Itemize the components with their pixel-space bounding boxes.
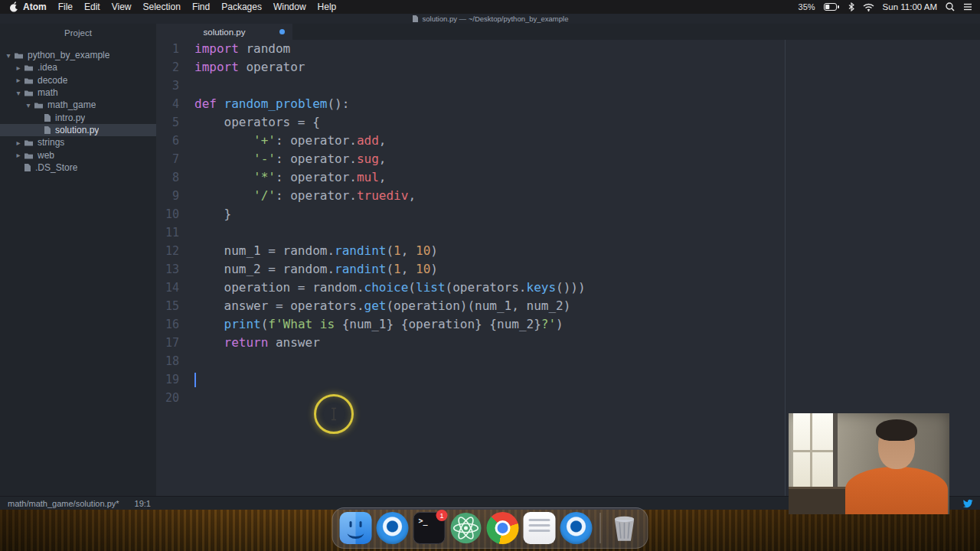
code-line-6[interactable]: '+': operator.add, bbox=[194, 132, 980, 150]
apple-menu-icon[interactable] bbox=[9, 2, 18, 12]
tree-item-label: math bbox=[38, 87, 58, 98]
tree-item-web[interactable]: ▸web bbox=[0, 148, 156, 161]
menu-item-atom[interactable]: Atom bbox=[23, 2, 47, 12]
tree-item-strings[interactable]: ▸strings bbox=[0, 136, 156, 148]
menubar-clock[interactable]: Sun 11:00 AM bbox=[883, 2, 937, 11]
chevron-right-icon: ▸ bbox=[15, 139, 22, 147]
titlebar[interactable]: solution.py — ~/Desktop/python_by_exampl… bbox=[0, 14, 980, 24]
cursor-position[interactable]: 19:1 bbox=[135, 499, 151, 508]
tree-item-intro-py[interactable]: ▸intro.py bbox=[0, 111, 156, 123]
line-number: 7 bbox=[156, 150, 179, 168]
folder-icon bbox=[24, 152, 34, 159]
tree-item-math-game[interactable]: ▾math_game bbox=[0, 99, 156, 111]
line-number: 3 bbox=[156, 77, 179, 95]
code-line-11[interactable] bbox=[194, 223, 980, 242]
code-line-14[interactable]: operation = random.choice(list(operators… bbox=[194, 279, 980, 297]
notification-center-icon[interactable] bbox=[963, 3, 972, 11]
dock-separator bbox=[600, 513, 601, 543]
menu-item-packages[interactable]: Packages bbox=[221, 2, 262, 12]
dock-icon-terminal-2[interactable]: >_1 bbox=[413, 512, 446, 544]
line-number: 8 bbox=[156, 168, 179, 187]
ibeam-cursor-icon bbox=[330, 407, 338, 421]
line-number: 18 bbox=[156, 352, 179, 370]
dock-icon-trash-7[interactable] bbox=[609, 512, 641, 544]
twitter-bird-icon bbox=[962, 499, 973, 508]
tree-item-python-by-example[interactable]: ▾python_by_example bbox=[0, 49, 156, 61]
code-line-8[interactable]: '*': operator.mul, bbox=[194, 168, 980, 187]
gutter: 1234567891011121314151617181920 bbox=[156, 40, 194, 407]
code-line-17[interactable]: return answer bbox=[194, 334, 980, 352]
code-line-18[interactable] bbox=[194, 352, 980, 370]
code-line-3[interactable] bbox=[194, 77, 980, 95]
spotlight-icon[interactable] bbox=[946, 2, 955, 11]
chevron-right-icon: ▸ bbox=[15, 64, 22, 72]
code-line-20[interactable] bbox=[194, 389, 980, 407]
file-icon bbox=[44, 113, 51, 122]
code-line-1[interactable]: import random bbox=[194, 40, 980, 58]
menu-item-selection[interactable]: Selection bbox=[143, 2, 181, 12]
tree-item-solution-py[interactable]: ▸solution.py bbox=[0, 124, 156, 136]
menubar: AtomFileEditViewSelectionFindPackagesWin… bbox=[0, 0, 980, 14]
tree-item-label: python_by_example bbox=[28, 50, 109, 60]
code-line-5[interactable]: operators = { bbox=[194, 113, 980, 132]
code-line-12[interactable]: num_1 = random.randint(1, 10) bbox=[194, 242, 980, 260]
dock-icon-circle-app-6[interactable] bbox=[560, 512, 593, 544]
tab-solution-py[interactable]: solution.py bbox=[156, 24, 292, 40]
webcam-person-shirt bbox=[845, 467, 948, 514]
sidebar-header: Project bbox=[0, 24, 156, 41]
battery-percentage: 35% bbox=[799, 2, 815, 11]
tree-item-math[interactable]: ▾math bbox=[0, 86, 156, 99]
tree-item-decode[interactable]: ▸decode bbox=[0, 74, 156, 86]
code-line-7[interactable]: '-': operator.sug, bbox=[194, 150, 980, 168]
line-number: 15 bbox=[156, 297, 179, 315]
window-title: solution.py — ~/Desktop/python_by_exampl… bbox=[423, 15, 569, 23]
modified-indicator bbox=[279, 29, 285, 34]
bluetooth-icon[interactable] bbox=[848, 2, 854, 11]
tree-item--idea[interactable]: ▸.idea bbox=[0, 61, 156, 73]
line-number: 2 bbox=[156, 58, 179, 77]
webcam-person-hair bbox=[876, 419, 917, 441]
dock-icon-chrome-4[interactable] bbox=[487, 512, 519, 544]
dock-icon-circle-app-1[interactable] bbox=[377, 512, 409, 544]
battery-icon[interactable] bbox=[824, 3, 840, 11]
project-tree: ▾python_by_example▸.idea▸decode▾math▾mat… bbox=[0, 49, 156, 174]
file-icon bbox=[24, 163, 31, 172]
code-line-2[interactable]: import operator bbox=[194, 58, 980, 77]
chevron-down-icon: ▾ bbox=[5, 51, 12, 60]
code-line-19[interactable] bbox=[194, 370, 980, 389]
dock-icon-atom-3[interactable] bbox=[450, 512, 482, 544]
line-number: 13 bbox=[156, 260, 179, 279]
code-line-16[interactable]: print(f'What is {num_1} {operation} {num… bbox=[194, 315, 980, 334]
folder-icon bbox=[24, 64, 34, 71]
dock-icon-document-app-5[interactable] bbox=[524, 512, 556, 544]
menu-item-window[interactable]: Window bbox=[273, 2, 306, 12]
tree-item--ds-store[interactable]: ▸.DS_Store bbox=[0, 161, 156, 174]
file-path[interactable]: math/math_game/solution.py* bbox=[8, 499, 119, 508]
menu-item-edit[interactable]: Edit bbox=[84, 2, 100, 12]
code-line-9[interactable]: '/': operator.truediv, bbox=[194, 187, 980, 205]
line-number: 20 bbox=[156, 389, 179, 407]
menu-item-find[interactable]: Find bbox=[192, 2, 210, 12]
code-lines[interactable]: import randomimport operatordef random_p… bbox=[194, 40, 980, 407]
line-number: 16 bbox=[156, 315, 179, 334]
menu-item-help[interactable]: Help bbox=[318, 2, 337, 12]
line-number: 1 bbox=[156, 40, 179, 58]
code-line-4[interactable]: def random_problem(): bbox=[194, 95, 980, 113]
menu-item-view[interactable]: View bbox=[112, 2, 132, 12]
code-line-13[interactable]: num_2 = random.randint(1, 10) bbox=[194, 260, 980, 279]
folder-icon bbox=[24, 139, 34, 146]
tree-item-label: math_game bbox=[47, 99, 96, 110]
dock: >_1 bbox=[332, 507, 648, 549]
code-line-15[interactable]: answer = operators.get(operation)(num_1,… bbox=[194, 297, 980, 315]
wifi-icon[interactable] bbox=[863, 3, 874, 11]
folder-icon bbox=[24, 77, 34, 84]
dock-icon-finder-0[interactable] bbox=[340, 512, 372, 544]
line-number: 19 bbox=[156, 370, 179, 389]
webcam-overlay bbox=[789, 413, 949, 514]
tree-item-label: solution.py bbox=[55, 125, 99, 135]
code-line-10[interactable]: } bbox=[194, 205, 980, 223]
menubar-status: 35% Sun 11:00 AM bbox=[799, 2, 980, 11]
menu-item-file[interactable]: File bbox=[58, 2, 73, 12]
line-number: 6 bbox=[156, 132, 179, 150]
document-icon bbox=[412, 15, 419, 23]
